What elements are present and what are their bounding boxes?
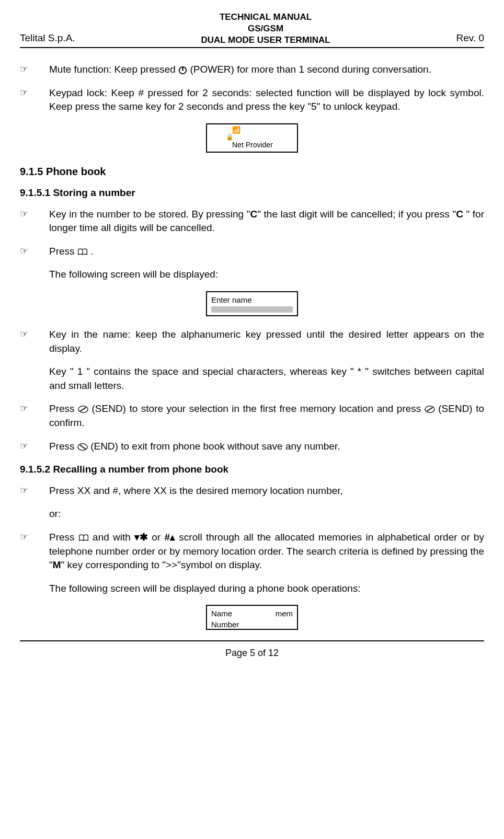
header-center: TECHNICAL MANUAL GS/GSM DUAL MODE USER T… xyxy=(201,12,330,46)
bullet-press-scroll: ☞ Press and with ▾✱ or #▴ scroll through… xyxy=(20,531,484,572)
svg-line-7 xyxy=(79,445,85,449)
pointer-icon: ☞ xyxy=(20,208,49,235)
lcd-lock-screen: 📶 🔒 Net Provider xyxy=(206,123,298,153)
pointer-icon: ☞ xyxy=(20,440,49,454)
lcd-enter-name: Enter name xyxy=(206,291,298,316)
pointer-icon: ☞ xyxy=(20,63,49,77)
net-provider-label: Net Provider xyxy=(232,140,273,151)
svg-line-3 xyxy=(81,408,86,411)
following2: The following screen will be displayed d… xyxy=(49,582,484,596)
lcd-name-number: Name mem Number xyxy=(206,605,298,630)
send-icon xyxy=(425,405,435,413)
bullet-press-xx: ☞ Press XX and #, where XX is the desire… xyxy=(20,484,484,521)
bullet-key-number: ☞ Key in the number to be stored. By pre… xyxy=(20,208,484,235)
section-recalling: 9.1.5.2 Recalling a number from phone bo… xyxy=(20,463,484,477)
send-icon xyxy=(78,405,88,413)
power-icon xyxy=(178,66,187,75)
bullet-mute: ☞ Mute function: Keep pressed (POWER) fo… xyxy=(20,63,484,77)
section-phonebook: 9.1.5 Phone book xyxy=(20,164,484,179)
pointer-icon: ☞ xyxy=(20,245,49,259)
down-star-key: ▾✱ xyxy=(134,532,148,543)
pointer-icon: ☞ xyxy=(20,484,49,521)
pointer-icon: ☞ xyxy=(20,328,49,393)
end-icon xyxy=(77,443,88,451)
header-right: Rev. 0 xyxy=(456,31,484,47)
input-bar xyxy=(211,306,293,313)
bullet-press-end: ☞ Press (END) to exit from phone book wi… xyxy=(20,440,484,454)
hash-up-key: #▴ xyxy=(165,532,176,543)
page-footer: Page 5 of 12 xyxy=(20,640,484,660)
book-icon xyxy=(77,248,88,256)
pointer-icon: ☞ xyxy=(20,531,49,572)
header-left: Telital S.p.A. xyxy=(20,31,75,47)
pointer-icon: ☞ xyxy=(20,86,49,114)
section-storing: 9.1.5.1 Storing a number xyxy=(20,186,484,200)
bullet-press-send: ☞ Press (SEND) to store your selection i… xyxy=(20,402,484,430)
pointer-icon: ☞ xyxy=(20,402,49,430)
following-text: The following screen will be displayed: xyxy=(49,268,484,282)
book-icon xyxy=(78,534,89,542)
page-header: Telital S.p.A. TECHNICAL MANUAL GS/GSM D… xyxy=(20,12,484,48)
bullet-keypad-lock: ☞ Keypad lock: Keep # pressed for 2 seco… xyxy=(20,86,484,114)
svg-line-5 xyxy=(427,408,432,411)
bullet-key-name: ☞ Key in the name: keep the alphanumeric… xyxy=(20,328,484,393)
bullet-press-book: ☞ Press . xyxy=(20,245,484,259)
